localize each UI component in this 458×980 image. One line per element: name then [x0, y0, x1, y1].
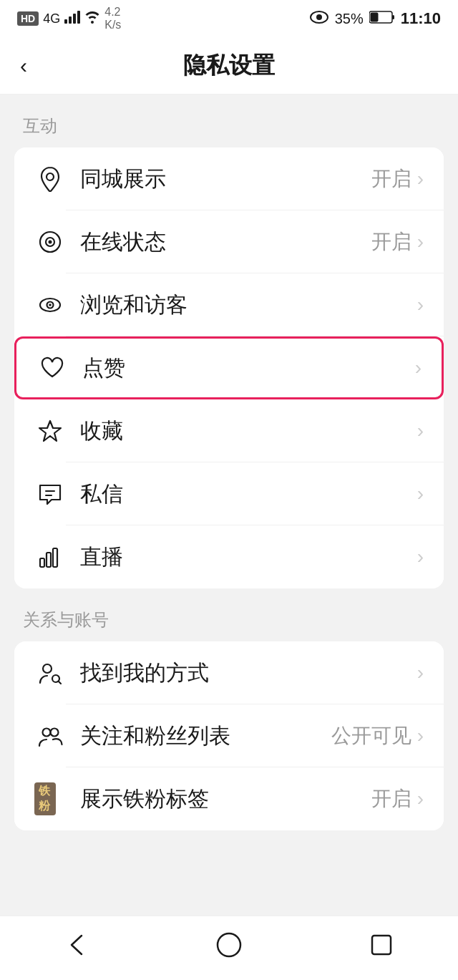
- svg-rect-21: [53, 548, 57, 567]
- tongcheng-label: 同城展示: [80, 165, 371, 194]
- svg-rect-2: [73, 14, 76, 24]
- menu-item-zaixian[interactable]: 在线状态 开启 ›: [14, 210, 444, 273]
- zhibo-label: 直播: [80, 543, 411, 572]
- section-label-guanxi: 关系与账号: [0, 588, 458, 641]
- menu-item-zhaodao[interactable]: 找到我的方式 ›: [14, 641, 444, 704]
- zhibo-arrow: ›: [417, 545, 424, 568]
- bar-chart-icon: [34, 541, 66, 573]
- menu-item-liulan[interactable]: 浏览和访客 ›: [14, 273, 444, 336]
- svg-point-25: [43, 729, 51, 737]
- guanzhu-arrow: ›: [417, 724, 424, 747]
- guanzhu-value: 公开可见: [331, 722, 411, 749]
- page-title: 隐私设置: [183, 50, 275, 82]
- svg-rect-8: [392, 15, 394, 19]
- svg-point-15: [49, 304, 52, 306]
- wifi-icon: [84, 11, 100, 27]
- tiefan-arrow: ›: [417, 787, 424, 810]
- zhaodao-label: 找到我的方式: [80, 659, 411, 688]
- svg-point-9: [47, 173, 54, 180]
- svg-point-26: [51, 729, 59, 737]
- hudong-card: 同城展示 开启 › 在线状态 开启 › 浏览和访客 ›: [14, 147, 444, 588]
- tiefan-badge-icon: 铁粉: [34, 783, 66, 815]
- svg-point-27: [218, 933, 240, 956]
- svg-rect-7: [370, 12, 378, 21]
- battery-icon: [369, 10, 395, 28]
- section-label-hudong: 互动: [0, 94, 458, 147]
- svg-point-5: [316, 14, 322, 20]
- network-speed: 4.2K/s: [104, 6, 121, 31]
- nav-back-button[interactable]: [55, 923, 98, 966]
- menu-item-shoucang[interactable]: 收藏 ›: [14, 399, 444, 462]
- sixin-arrow: ›: [417, 482, 424, 505]
- menu-item-tiefan[interactable]: 铁粉 展示铁粉标签 开启 ›: [14, 767, 444, 830]
- svg-line-24: [59, 681, 61, 684]
- svg-rect-1: [69, 16, 72, 24]
- nav-square-button[interactable]: [360, 923, 403, 966]
- zhaodao-arrow: ›: [417, 661, 424, 684]
- time: 11:10: [401, 9, 441, 28]
- status-left: HD 4G 4.2K/s: [17, 6, 121, 31]
- signal-bars: [64, 11, 80, 27]
- eye-icon: [34, 289, 66, 321]
- status-right: 35% 11:10: [309, 9, 441, 28]
- menu-item-tongcheng[interactable]: 同城展示 开启 ›: [14, 147, 444, 210]
- guanzhu-label: 关注和粉丝列表: [80, 722, 331, 751]
- status-bar: HD 4G 4.2K/s 35% 11:10: [0, 0, 458, 37]
- shoucang-arrow: ›: [417, 419, 424, 442]
- liulan-arrow: ›: [417, 293, 424, 316]
- nav-home-button[interactable]: [208, 923, 250, 966]
- back-button[interactable]: ‹: [20, 55, 27, 77]
- svg-rect-3: [77, 11, 80, 24]
- zaixian-arrow: ›: [417, 231, 424, 253]
- svg-marker-16: [39, 421, 61, 441]
- tongcheng-arrow: ›: [417, 168, 424, 190]
- zaixian-value: 开启: [371, 228, 411, 256]
- online-icon: [34, 226, 66, 258]
- menu-item-dianzan[interactable]: 点赞 ›: [14, 336, 444, 399]
- hd-badge: HD: [17, 11, 39, 26]
- bottom-navigation: [0, 916, 458, 980]
- menu-item-zhibo[interactable]: 直播 ›: [14, 525, 444, 588]
- zaixian-label: 在线状态: [80, 228, 371, 257]
- person-search-icon: [34, 657, 66, 689]
- content-area: 互动 同城展示 开启 › 在线状态 开启 › 浏览和访客 ›: [0, 94, 458, 916]
- svg-point-22: [43, 664, 52, 673]
- signal-icon: 4G: [43, 11, 60, 26]
- menu-item-sixin[interactable]: 私信 ›: [14, 462, 444, 525]
- location-icon: [34, 163, 66, 195]
- dianzan-label: 点赞: [82, 354, 409, 383]
- heart-icon: [36, 352, 68, 384]
- svg-rect-20: [47, 553, 51, 567]
- tiefan-label: 展示铁粉标签: [80, 785, 371, 814]
- svg-rect-0: [64, 19, 67, 24]
- star-icon: [34, 415, 66, 447]
- persons-icon: [34, 720, 66, 752]
- dianzan-arrow: ›: [415, 356, 422, 379]
- page-header: ‹ 隐私设置: [0, 37, 458, 94]
- tiefan-value: 开启: [371, 785, 411, 812]
- guanxi-card: 找到我的方式 › 关注和粉丝列表 公开可见 › 铁粉 展示铁粉标签 开启 ›: [14, 641, 444, 830]
- svg-rect-28: [372, 936, 391, 954]
- battery-percent: 35%: [335, 11, 364, 27]
- shoucang-label: 收藏: [80, 417, 411, 446]
- liulan-label: 浏览和访客: [80, 291, 411, 320]
- svg-point-12: [49, 241, 52, 244]
- menu-item-guanzhu[interactable]: 关注和粉丝列表 公开可见 ›: [14, 704, 444, 767]
- svg-rect-19: [40, 558, 44, 567]
- tiefan-text-badge: 铁粉: [34, 782, 56, 815]
- sixin-label: 私信: [80, 480, 411, 509]
- message-icon: [34, 478, 66, 510]
- tongcheng-value: 开启: [371, 165, 411, 193]
- eye-status-icon: [309, 10, 329, 28]
